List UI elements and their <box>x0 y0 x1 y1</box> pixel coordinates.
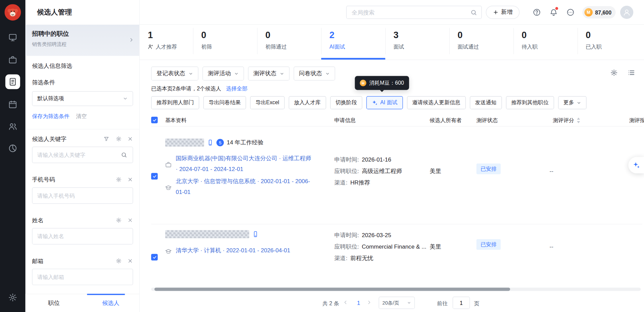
gear-icon[interactable] <box>116 177 122 182</box>
calendar-icon <box>8 100 17 109</box>
keyword-input[interactable] <box>32 147 133 163</box>
page-size-select[interactable]: 20条/页 <box>379 296 415 309</box>
phone-icon[interactable] <box>207 139 213 146</box>
tab-candidates[interactable]: 候选人 <box>82 294 139 312</box>
chip-assessment-status[interactable]: 测评状态 <box>248 66 290 80</box>
save-filter-link[interactable]: 保存为筛选条件 <box>32 113 69 120</box>
horizontal-scrollbar-thumb[interactable] <box>154 288 510 291</box>
invite-update-button[interactable]: 邀请候选人更新信息 <box>407 96 466 109</box>
education-link[interactable]: 清华大学 · 计算机 · 2022-01-01 - 2026-04-01 <box>176 245 356 256</box>
ai-sparkle-icon <box>632 161 640 169</box>
export-excel-button[interactable]: 导出Excel <box>250 96 285 109</box>
stage-screening-passed[interactable]: 0 初筛通过 <box>257 25 321 60</box>
nav-candidates[interactable] <box>5 74 20 89</box>
recommend-other-jobs-button[interactable]: 推荐到其他职位 <box>506 96 554 109</box>
ai-interview-button[interactable]: AI 面试 <box>366 96 403 109</box>
education-link[interactable]: 北京大学 · 信息管理与信息系统 · 2002-01-01 - 2006-01-… <box>176 176 311 197</box>
gear-icon[interactable] <box>116 258 122 264</box>
name-input[interactable] <box>32 228 133 245</box>
table-settings-gear-icon[interactable] <box>610 69 618 77</box>
coin-balance[interactable]: M 87,600 <box>582 6 615 19</box>
next-page-icon[interactable] <box>367 300 372 305</box>
sort-icon[interactable] <box>577 117 580 123</box>
stage-screening[interactable]: 0 初筛 <box>193 25 257 60</box>
close-icon[interactable] <box>127 258 133 264</box>
switch-stage-button[interactable]: 切换阶段 <box>330 96 362 109</box>
candidate-name-redacted[interactable] <box>165 230 250 238</box>
company-icon <box>165 155 172 174</box>
document-icon <box>8 77 17 86</box>
send-notification-button[interactable]: 发送通知 <box>470 96 502 109</box>
horizontal-scrollbar-track[interactable] <box>151 288 641 291</box>
nav-jobs[interactable] <box>5 53 20 67</box>
apply-time-value: 2026-01-16 <box>362 156 391 163</box>
ai-assistant-float-button[interactable] <box>628 157 644 173</box>
candidate-name-redacted[interactable] <box>165 138 204 146</box>
close-icon[interactable] <box>127 217 133 223</box>
monitor-icon <box>8 33 17 42</box>
chip-registration-status[interactable]: 登记表状态 <box>151 66 198 80</box>
field-label-phone: 手机号码 <box>32 176 55 184</box>
ai-sparkle-icon <box>372 100 378 106</box>
selection-summary: 已选本页2条申请，2个候选人 <box>151 85 221 92</box>
notifications-bell-icon[interactable] <box>550 8 558 16</box>
add-new-button[interactable]: 新增 <box>486 6 520 19</box>
filter-preset-select[interactable]: 默认筛选项 <box>32 91 133 106</box>
more-button[interactable]: 更多 <box>558 96 586 109</box>
app-logo[interactable] <box>4 4 21 21</box>
field-label-keyword: 候选人关键字 <box>32 136 66 143</box>
more-options-icon[interactable] <box>566 8 575 16</box>
stage-interview-passed[interactable]: 0 面试通过 <box>449 25 514 60</box>
select-all-link[interactable]: 选择全部 <box>226 85 247 92</box>
add-to-talent-pool-button[interactable]: 放入人才库 <box>289 96 326 109</box>
recommend-to-dept-button[interactable]: 推荐到用人部门 <box>151 96 199 109</box>
candidate-name-line: 5 14 年工作经验 <box>165 138 264 146</box>
export-questionnaire-button[interactable]: 导出问卷结果 <box>203 96 246 109</box>
nav-settings[interactable] <box>5 290 20 305</box>
prev-page-icon[interactable] <box>343 300 348 305</box>
chevron-right-icon <box>128 37 134 43</box>
search-icon[interactable] <box>121 151 127 158</box>
email-input[interactable] <box>32 269 133 285</box>
stage-to-onboard[interactable]: 0 待入职 <box>514 25 578 60</box>
stage-ai-interview[interactable]: 2 AI面试 <box>321 25 385 60</box>
close-icon[interactable] <box>127 136 133 142</box>
list-view-icon[interactable] <box>627 69 635 77</box>
funnel-icon[interactable] <box>104 136 109 142</box>
nav-contacts[interactable] <box>5 119 20 134</box>
stage-interview[interactable]: 3 面试 <box>385 25 449 60</box>
avatar[interactable] <box>620 6 633 19</box>
phone-input[interactable] <box>32 187 133 204</box>
phone-icon[interactable] <box>252 231 259 237</box>
status-badge[interactable]: 已安排 <box>476 164 501 174</box>
stage-onboarded[interactable]: 0 已入职 <box>578 25 642 60</box>
chip-label: 登记表状态 <box>156 70 185 77</box>
company-link[interactable]: 国际商业机器(中国)有限公司大连分公司 · 运维工程师 · 2024-07-01… <box>176 153 311 174</box>
pipeline-stages: 1 人才推荐 0 初筛 0 初筛通过 2 AI面试 3 面试 0 面试通过 <box>140 25 644 60</box>
apply-time-line: 申请时间:2026-03-25 <box>334 232 391 239</box>
more-label: 更多 <box>563 99 574 107</box>
page-number-current[interactable]: 1 <box>353 297 364 309</box>
global-search-input[interactable] <box>347 6 481 19</box>
row-checkbox[interactable] <box>151 173 157 179</box>
gear-icon[interactable] <box>116 136 122 142</box>
nav-calendar[interactable] <box>5 97 20 112</box>
nav-reports[interactable] <box>5 141 20 156</box>
nav-dashboard[interactable] <box>5 30 20 45</box>
chip-assessment-activity[interactable]: 测评活动 <box>203 66 244 80</box>
stage-talent-recommend[interactable]: 1 人才推荐 <box>140 25 193 60</box>
active-job-card[interactable]: 招聘中的职位 销售类招聘流程 <box>26 25 139 56</box>
tab-positions[interactable]: 职位 <box>26 294 83 312</box>
status-badge[interactable]: 已安排 <box>476 239 501 250</box>
search-icon[interactable] <box>470 9 477 16</box>
channel-line: 渠道:前程无忧 <box>334 255 374 262</box>
row-checkbox[interactable] <box>151 254 157 260</box>
gear-icon[interactable] <box>116 217 122 223</box>
select-all-checkbox[interactable] <box>151 117 157 123</box>
close-icon[interactable] <box>127 177 133 182</box>
goto-page-input[interactable] <box>452 296 470 309</box>
help-icon[interactable] <box>533 8 541 16</box>
chip-questionnaire-status[interactable]: 问卷状态 <box>294 66 335 80</box>
stage-count: 3 <box>393 30 449 41</box>
clear-filter-link[interactable]: 清空 <box>76 113 87 120</box>
